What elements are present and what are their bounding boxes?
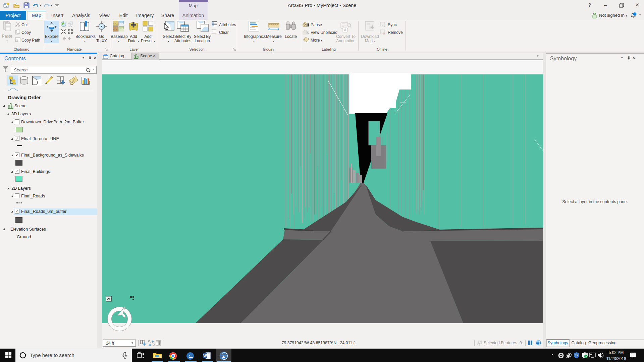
svg-text:W: W: [203, 354, 207, 358]
svg-text:A: A: [344, 28, 346, 32]
svg-text:S: S: [575, 353, 578, 357]
svg-text:Σ: Σ: [189, 354, 192, 359]
